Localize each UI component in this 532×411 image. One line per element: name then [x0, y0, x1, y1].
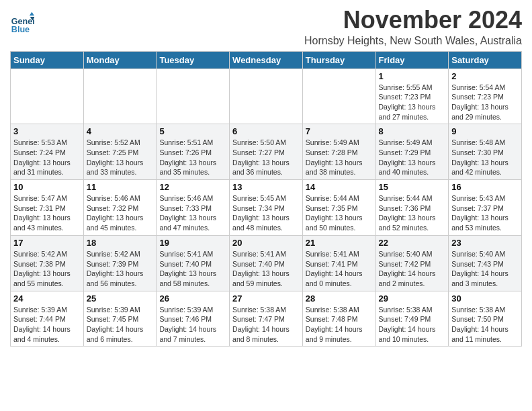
table-row — [302, 68, 375, 124]
table-row: 30Sunrise: 5:38 AMSunset: 7:50 PMDayligh… — [449, 291, 522, 347]
day-info: Sunrise: 5:43 AMSunset: 7:37 PMDaylight:… — [451, 193, 519, 233]
table-row: 23Sunrise: 5:40 AMSunset: 7:43 PMDayligh… — [449, 235, 522, 291]
day-number: 10 — [13, 182, 81, 192]
col-friday: Friday — [375, 51, 449, 68]
day-info: Sunrise: 5:41 AMSunset: 7:40 PMDaylight:… — [159, 249, 226, 289]
day-info: Sunrise: 5:40 AMSunset: 7:42 PMDaylight:… — [379, 249, 446, 289]
table-row: 3Sunrise: 5:53 AMSunset: 7:24 PMDaylight… — [11, 124, 84, 180]
day-number: 28 — [306, 293, 373, 304]
logo-icon: General Blue — [10, 11, 34, 35]
logo: General Blue — [10, 11, 34, 35]
day-number: 1 — [379, 71, 446, 81]
day-info: Sunrise: 5:42 AMSunset: 7:38 PMDaylight:… — [13, 249, 81, 289]
svg-text:Blue: Blue — [11, 25, 30, 34]
table-row: 28Sunrise: 5:38 AMSunset: 7:48 PMDayligh… — [302, 291, 375, 347]
day-number: 14 — [306, 182, 373, 192]
day-number: 30 — [451, 293, 519, 304]
col-saturday: Saturday — [449, 51, 522, 68]
table-row: 14Sunrise: 5:44 AMSunset: 7:35 PMDayligh… — [302, 180, 375, 236]
day-number: 13 — [232, 182, 300, 192]
day-number: 24 — [13, 293, 81, 304]
table-row: 22Sunrise: 5:40 AMSunset: 7:42 PMDayligh… — [375, 235, 449, 291]
day-number: 17 — [13, 238, 81, 248]
table-row: 25Sunrise: 5:39 AMSunset: 7:45 PMDayligh… — [83, 291, 157, 347]
day-number: 9 — [451, 126, 519, 136]
calendar-table: Sunday Monday Tuesday Wednesday Thursday… — [10, 51, 522, 347]
table-row — [230, 68, 303, 124]
day-number: 7 — [306, 126, 373, 136]
week-row-3: 10Sunrise: 5:47 AMSunset: 7:31 PMDayligh… — [11, 180, 522, 236]
table-row: 11Sunrise: 5:46 AMSunset: 7:32 PMDayligh… — [83, 180, 157, 236]
calendar-header-row: Sunday Monday Tuesday Wednesday Thursday… — [11, 51, 522, 68]
week-row-5: 24Sunrise: 5:39 AMSunset: 7:44 PMDayligh… — [11, 291, 522, 347]
day-number: 5 — [159, 126, 226, 136]
table-row: 29Sunrise: 5:38 AMSunset: 7:49 PMDayligh… — [375, 291, 449, 347]
col-sunday: Sunday — [11, 51, 84, 68]
day-number: 22 — [379, 238, 446, 248]
table-row: 7Sunrise: 5:49 AMSunset: 7:28 PMDaylight… — [302, 124, 375, 180]
day-info: Sunrise: 5:46 AMSunset: 7:33 PMDaylight:… — [159, 193, 226, 233]
week-row-1: 1Sunrise: 5:55 AMSunset: 7:23 PMDaylight… — [11, 68, 522, 124]
table-row: 4Sunrise: 5:52 AMSunset: 7:25 PMDaylight… — [83, 124, 157, 180]
day-number: 6 — [232, 126, 300, 136]
table-row: 1Sunrise: 5:55 AMSunset: 7:23 PMDaylight… — [375, 68, 449, 124]
day-info: Sunrise: 5:38 AMSunset: 7:49 PMDaylight:… — [379, 305, 446, 345]
table-row: 15Sunrise: 5:44 AMSunset: 7:36 PMDayligh… — [375, 180, 449, 236]
day-number: 27 — [232, 293, 300, 304]
day-number: 26 — [159, 293, 226, 304]
day-info: Sunrise: 5:55 AMSunset: 7:23 PMDaylight:… — [379, 83, 446, 122]
day-info: Sunrise: 5:38 AMSunset: 7:50 PMDaylight:… — [451, 305, 519, 345]
day-number: 16 — [451, 182, 519, 192]
table-row: 20Sunrise: 5:41 AMSunset: 7:40 PMDayligh… — [230, 235, 303, 291]
day-info: Sunrise: 5:38 AMSunset: 7:47 PMDaylight:… — [232, 305, 300, 345]
day-number: 21 — [306, 238, 373, 248]
table-row: 6Sunrise: 5:50 AMSunset: 7:27 PMDaylight… — [230, 124, 303, 180]
day-info: Sunrise: 5:44 AMSunset: 7:36 PMDaylight:… — [379, 193, 446, 233]
table-row: 12Sunrise: 5:46 AMSunset: 7:33 PMDayligh… — [157, 180, 230, 236]
table-row: 10Sunrise: 5:47 AMSunset: 7:31 PMDayligh… — [11, 180, 84, 236]
col-monday: Monday — [83, 51, 157, 68]
day-number: 2 — [451, 71, 519, 81]
week-row-2: 3Sunrise: 5:53 AMSunset: 7:24 PMDaylight… — [11, 124, 522, 180]
day-info: Sunrise: 5:40 AMSunset: 7:43 PMDaylight:… — [451, 249, 519, 289]
day-info: Sunrise: 5:49 AMSunset: 7:29 PMDaylight:… — [379, 138, 446, 177]
table-row: 13Sunrise: 5:45 AMSunset: 7:34 PMDayligh… — [230, 180, 303, 236]
table-row: 27Sunrise: 5:38 AMSunset: 7:47 PMDayligh… — [230, 291, 303, 347]
day-info: Sunrise: 5:46 AMSunset: 7:32 PMDaylight:… — [87, 193, 154, 233]
day-number: 19 — [159, 238, 226, 248]
col-wednesday: Wednesday — [230, 51, 303, 68]
col-thursday: Thursday — [302, 51, 375, 68]
table-row — [157, 68, 230, 124]
day-info: Sunrise: 5:42 AMSunset: 7:39 PMDaylight:… — [87, 249, 154, 289]
day-info: Sunrise: 5:41 AMSunset: 7:41 PMDaylight:… — [306, 249, 373, 289]
day-number: 11 — [87, 182, 154, 192]
day-info: Sunrise: 5:39 AMSunset: 7:44 PMDaylight:… — [13, 305, 81, 345]
day-info: Sunrise: 5:48 AMSunset: 7:30 PMDaylight:… — [451, 138, 519, 177]
day-info: Sunrise: 5:52 AMSunset: 7:25 PMDaylight:… — [87, 138, 154, 177]
page-header: General Blue November 2024 Hornsby Heigh… — [10, 7, 522, 47]
table-row: 16Sunrise: 5:43 AMSunset: 7:37 PMDayligh… — [449, 180, 522, 236]
col-tuesday: Tuesday — [157, 51, 230, 68]
table-row — [11, 68, 84, 124]
day-number: 4 — [87, 126, 154, 136]
calendar-body: 1Sunrise: 5:55 AMSunset: 7:23 PMDaylight… — [11, 68, 522, 347]
table-row: 9Sunrise: 5:48 AMSunset: 7:30 PMDaylight… — [449, 124, 522, 180]
day-info: Sunrise: 5:53 AMSunset: 7:24 PMDaylight:… — [13, 138, 81, 177]
day-info: Sunrise: 5:38 AMSunset: 7:48 PMDaylight:… — [306, 305, 373, 345]
day-info: Sunrise: 5:54 AMSunset: 7:23 PMDaylight:… — [451, 83, 519, 122]
table-row: 26Sunrise: 5:39 AMSunset: 7:46 PMDayligh… — [157, 291, 230, 347]
day-number: 3 — [13, 126, 81, 136]
table-row: 24Sunrise: 5:39 AMSunset: 7:44 PMDayligh… — [11, 291, 84, 347]
svg-marker-2 — [30, 12, 34, 15]
day-info: Sunrise: 5:50 AMSunset: 7:27 PMDaylight:… — [232, 138, 300, 177]
day-info: Sunrise: 5:45 AMSunset: 7:34 PMDaylight:… — [232, 193, 300, 233]
day-number: 18 — [87, 238, 154, 248]
day-info: Sunrise: 5:51 AMSunset: 7:26 PMDaylight:… — [159, 138, 226, 177]
table-row — [83, 68, 157, 124]
table-row: 21Sunrise: 5:41 AMSunset: 7:41 PMDayligh… — [302, 235, 375, 291]
day-number: 15 — [379, 182, 446, 192]
table-row: 2Sunrise: 5:54 AMSunset: 7:23 PMDaylight… — [449, 68, 522, 124]
day-number: 29 — [379, 293, 446, 304]
day-number: 8 — [379, 126, 446, 136]
table-row: 5Sunrise: 5:51 AMSunset: 7:26 PMDaylight… — [157, 124, 230, 180]
